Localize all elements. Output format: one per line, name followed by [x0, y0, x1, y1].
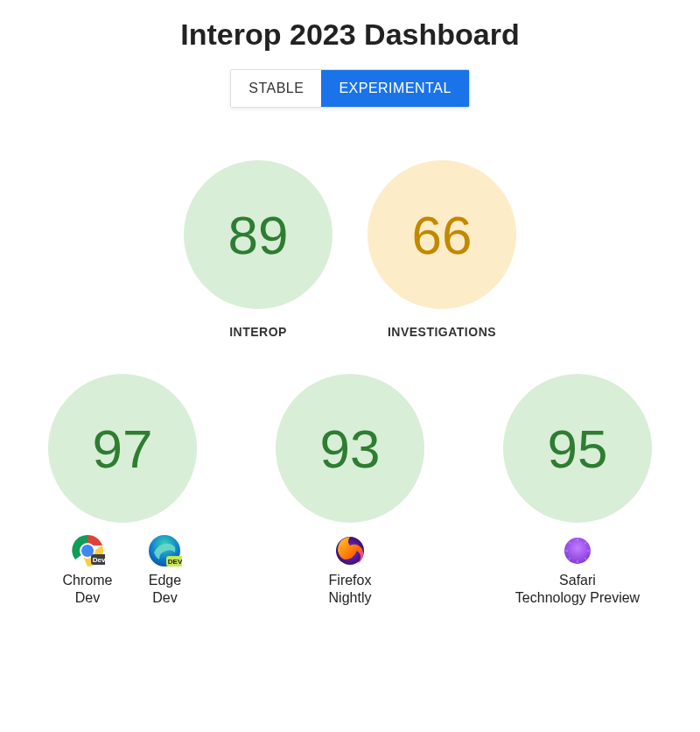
interop-score-value: 89	[228, 204, 289, 266]
firefox-score-value: 93	[320, 418, 381, 480]
safari-tp-logo-box: SafariTechnology Preview	[515, 533, 640, 607]
browser-col-chrome-edge: 97 Dev	[31, 374, 214, 607]
tab-group: STABLE EXPERIMENTAL	[18, 69, 682, 108]
investigations-score-block: 66 INVESTIGATIONS	[368, 160, 516, 339]
chrome-dev-logo-box: Dev ChromeDev	[63, 533, 113, 607]
browser-row: 97 Dev	[18, 374, 682, 607]
interop-score-label: INTEROP	[229, 325, 287, 339]
firefox-score-circle: 93	[276, 374, 424, 523]
svg-text:Dev: Dev	[93, 556, 105, 564]
firefox-nightly-icon	[332, 533, 368, 568]
chrome-edge-score-value: 97	[93, 418, 153, 480]
browser-col-firefox: 93	[258, 374, 442, 607]
safari-score-circle: 95	[503, 374, 652, 523]
edge-dev-label: EdgeDev	[149, 572, 181, 607]
tab-stable[interactable]: STABLE	[231, 70, 321, 107]
investigations-score-label: INVESTIGATIONS	[388, 325, 496, 339]
chrome-dev-label: ChromeDev	[63, 572, 113, 607]
investigations-score-value: 66	[412, 204, 472, 266]
edge-dev-icon: DEV	[147, 533, 182, 568]
chrome-dev-icon: Dev	[70, 533, 105, 568]
safari-score-value: 95	[548, 418, 608, 480]
svg-text:DEV: DEV	[168, 558, 182, 566]
tab-experimental[interactable]: EXPERIMENTAL	[321, 70, 468, 107]
investigations-score-circle: 66	[368, 160, 516, 309]
chrome-edge-score-circle: 97	[48, 374, 197, 523]
page-title: Interop 2023 Dashboard	[18, 18, 682, 52]
safari-tp-icon	[560, 533, 595, 568]
svg-point-10	[564, 538, 591, 564]
firefox-nightly-logo-box: FirefoxNightly	[329, 533, 372, 607]
edge-dev-logo-box: DEV EdgeDev	[147, 533, 182, 607]
safari-tp-label: SafariTechnology Preview	[515, 572, 640, 607]
firefox-nightly-label: FirefoxNightly	[329, 572, 372, 607]
browser-col-safari: 95	[486, 374, 669, 607]
interop-score-circle: 89	[184, 160, 332, 309]
interop-score-block: 89 INTEROP	[184, 160, 332, 339]
summary-row: 89 INTEROP 66 INVESTIGATIONS	[18, 160, 682, 339]
